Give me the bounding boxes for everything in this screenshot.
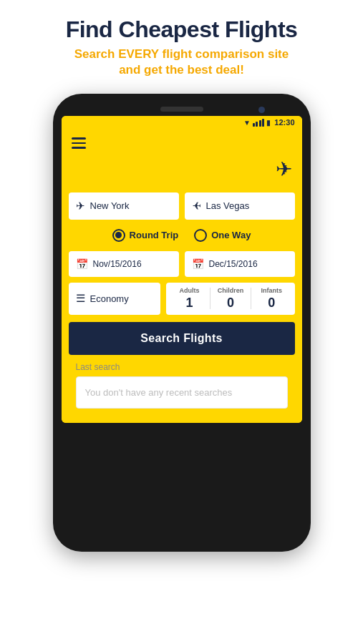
return-date-input[interactable]: 📅 Dec/15/2016 — [185, 251, 295, 277]
battery-icon: ▮ — [266, 119, 271, 127]
adults-value: 1 — [185, 296, 193, 311]
pax-divider-2 — [251, 288, 251, 309]
passengers-box[interactable]: Adults 1 Children 0 Infants 0 — [166, 283, 294, 315]
plane-area: ✈ — [62, 157, 302, 192]
arrival-label: Las Vegas — [206, 200, 250, 211]
route-row: ✈ New York ✈ Las Vegas — [69, 192, 295, 220]
return-date-label: Dec/15/2016 — [209, 259, 258, 269]
arrival-icon: ✈ — [192, 200, 201, 213]
class-icon: ☰ — [76, 292, 85, 305]
last-search-box: You don't have any recent searches — [76, 376, 288, 409]
status-icons: ▼ ▮ — [243, 119, 271, 127]
phone-screen: ▼ ▮ 12:30 — [62, 116, 302, 423]
trip-type-row: Round Trip One Way — [69, 225, 295, 245]
signal-icon — [253, 119, 265, 127]
hamburger-menu[interactable] — [72, 137, 86, 149]
departure-label: New York — [90, 200, 130, 211]
time-display: 12:30 — [274, 118, 294, 127]
one-way-radio[interactable] — [194, 229, 207, 242]
plane-icon: ✈ — [276, 157, 292, 181]
depart-date-label: Nov/15/2016 — [93, 259, 142, 269]
app-bar — [62, 129, 302, 157]
form-section: ✈ New York ✈ Las Vegas Round Trip — [62, 192, 302, 423]
infants-value: 0 — [268, 296, 275, 311]
depart-date-input[interactable]: 📅 Nov/15/2016 — [69, 251, 179, 277]
search-flights-button[interactable]: Search Flights — [69, 322, 295, 355]
phone-speaker — [160, 107, 203, 112]
main-title: Find Cheapest Flights — [14, 17, 349, 42]
infants-label: Infants — [261, 287, 283, 294]
sub-title: Search EVERY flight comparison site and … — [14, 47, 349, 78]
adults-group: Adults 1 — [172, 287, 206, 311]
children-label: Children — [218, 287, 244, 294]
arrival-input[interactable]: ✈ Las Vegas — [185, 192, 295, 220]
header-section: Find Cheapest Flights Search EVERY fligh… — [0, 0, 363, 87]
adults-label: Adults — [180, 287, 200, 294]
date-row: 📅 Nov/15/2016 📅 Dec/15/2016 — [69, 251, 295, 277]
departure-icon: ✈ — [76, 200, 85, 213]
departure-input[interactable]: ✈ New York — [69, 192, 179, 220]
children-group: Children 0 — [213, 287, 248, 311]
phone-camera — [258, 107, 265, 113]
one-way-option[interactable]: One Way — [194, 229, 251, 242]
status-bar: ▼ ▮ 12:30 — [62, 116, 302, 129]
class-label: Economy — [90, 293, 129, 304]
phone-top — [62, 107, 302, 112]
phone-wrapper: ▼ ▮ 12:30 — [53, 94, 311, 552]
infants-group: Infants 0 — [254, 287, 289, 311]
wifi-icon: ▼ — [243, 119, 251, 127]
round-trip-label: Round Trip — [130, 230, 179, 240]
pax-divider-1 — [210, 288, 210, 309]
children-value: 0 — [227, 296, 234, 311]
last-search-label: Last search — [76, 362, 288, 372]
class-input[interactable]: ☰ Economy — [69, 283, 161, 315]
round-trip-radio[interactable] — [112, 229, 125, 242]
last-search-section: Last search You don't have any recent se… — [69, 355, 295, 416]
return-calendar-icon: 📅 — [192, 258, 204, 270]
phone-shell: ▼ ▮ 12:30 — [53, 94, 311, 552]
passengers-row: ☰ Economy Adults 1 Children 0 — [69, 283, 295, 315]
round-trip-option[interactable]: Round Trip — [112, 229, 179, 242]
one-way-label: One Way — [211, 230, 251, 240]
depart-calendar-icon: 📅 — [76, 258, 88, 270]
